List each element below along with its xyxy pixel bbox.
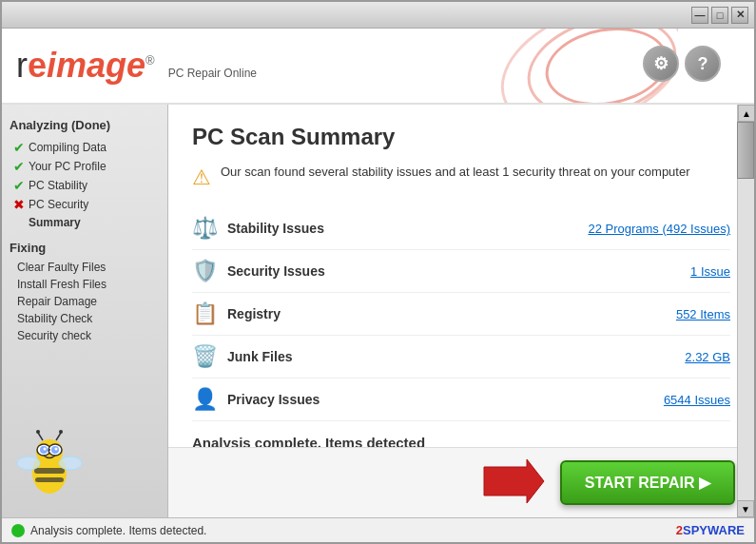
privacy-label: Privacy Issues (227, 392, 320, 407)
junk-label: Junk Files (227, 349, 292, 364)
stability-link[interactable]: 22 Programs (492 Issues) (588, 222, 730, 236)
svg-rect-3 (35, 477, 64, 482)
arrow-decoration (479, 457, 546, 508)
sidebar-fix-repair[interactable]: Repair Damage (10, 293, 160, 310)
registry-link[interactable]: 552 Items (676, 307, 730, 321)
statusbar-brand: 2SPYWARE (676, 523, 745, 537)
start-repair-button[interactable]: START REPAIR ▶ (560, 460, 735, 505)
check-icon: ✔ (13, 140, 25, 155)
scrollbar-thumb[interactable] (737, 122, 754, 179)
sidebar-item-summary[interactable]: Summary (10, 214, 160, 231)
main-window: — □ ✕ reimage® PC Repair Online ⚙ ? Anal… (0, 0, 756, 544)
security-icon: 🛡️ (192, 259, 218, 283)
stability-issues-row: ⚖️ Stability Issues 22 Programs (492 Iss… (192, 207, 730, 250)
junk-icon: 🗑️ (192, 344, 218, 369)
maximize-button[interactable]: □ (711, 7, 728, 24)
check-icon: ✔ (13, 178, 25, 193)
svg-point-15 (59, 430, 63, 434)
help-button[interactable]: ? (685, 46, 721, 82)
page-title: PC Scan Summary (192, 124, 730, 150)
sidebar-item-label: Summary (29, 216, 81, 229)
junk-files-row: 🗑️ Junk Files 2.32 GB (192, 336, 730, 379)
svg-rect-2 (34, 468, 65, 474)
sidebar-item-label: Your PC Profile (29, 160, 107, 173)
status-dot (11, 524, 25, 537)
sidebar-fixing-title: Fixing (10, 241, 160, 255)
svg-point-10 (55, 448, 58, 451)
statusbar-text: Analysis complete. Items detected. (30, 524, 206, 537)
privacy-icon: 👤 (192, 387, 218, 412)
warning-box: ⚠ Our scan found several stability issue… (192, 164, 730, 190)
sidebar-fix-security[interactable]: Security check (10, 327, 160, 344)
junk-link[interactable]: 2.32 GB (685, 350, 730, 364)
svg-point-16 (17, 457, 40, 470)
warning-icon: ⚠ (192, 165, 211, 190)
registry-row: 📋 Registry 552 Items (192, 293, 730, 336)
registry-label: Registry (227, 306, 281, 321)
svg-marker-18 (484, 459, 544, 503)
privacy-link[interactable]: 6544 Issues (664, 393, 730, 407)
scrollbar-up-button[interactable]: ▲ (738, 105, 754, 122)
svg-point-13 (36, 430, 40, 434)
warning-text: Our scan found several stability issues … (221, 164, 690, 181)
x-icon: ✖ (13, 197, 25, 212)
logo: reimage® PC Repair Online (16, 46, 257, 86)
svg-point-9 (44, 448, 47, 451)
titlebar: — □ ✕ (2, 2, 754, 29)
svg-point-17 (59, 457, 82, 470)
sidebar-fix-install[interactable]: Install Fresh Files (10, 276, 160, 293)
statusbar-left: Analysis complete. Items detected. (11, 524, 206, 537)
security-label: Security Issues (227, 263, 325, 279)
content-panel: PC Scan Summary ⚠ Our scan found several… (168, 105, 754, 447)
minimize-button[interactable]: — (691, 7, 708, 24)
sidebar-fix-clear[interactable]: Clear Faulty Files (10, 259, 160, 276)
sidebar: Analyzing (Done) ✔ Compiling Data ✔ Your… (2, 105, 168, 517)
stability-label: Stability Issues (227, 221, 324, 236)
sidebar-item-compiling[interactable]: ✔ Compiling Data (10, 138, 160, 157)
logo-subtitle: PC Repair Online (168, 67, 257, 80)
content-area: PC Scan Summary ⚠ Our scan found several… (168, 105, 754, 517)
sidebar-item-security[interactable]: ✖ PC Security (10, 195, 160, 214)
repair-area: START REPAIR ▶ (168, 447, 754, 517)
logo-text: reimage® (16, 46, 155, 86)
sidebar-fix-stability[interactable]: Stability Check (10, 310, 160, 327)
scrollbar-track: ▲ ▼ (737, 105, 754, 517)
analysis-complete-text: Analysis complete. Items detected (192, 435, 730, 447)
settings-button[interactable]: ⚙ (643, 46, 679, 82)
privacy-row: 👤 Privacy Issues 6544 Issues (192, 379, 730, 421)
sidebar-item-profile[interactable]: ✔ Your PC Profile (10, 157, 160, 176)
sidebar-item-stability[interactable]: ✔ PC Stability (10, 176, 160, 195)
header: reimage® PC Repair Online ⚙ ? (2, 29, 754, 105)
main-area: Analyzing (Done) ✔ Compiling Data ✔ Your… (2, 105, 754, 517)
security-issues-row: 🛡️ Security Issues 1 Issue (192, 250, 730, 293)
sidebar-item-label: PC Security (29, 198, 88, 211)
scrollbar-down-button[interactable]: ▼ (737, 500, 754, 517)
statusbar: Analysis complete. Items detected. 2SPYW… (2, 517, 754, 542)
bee-mascot (11, 423, 87, 513)
sidebar-item-label: Compiling Data (29, 141, 107, 154)
svg-line-12 (38, 433, 43, 440)
stability-icon: ⚖️ (192, 216, 218, 241)
security-link[interactable]: 1 Issue (690, 264, 730, 279)
close-button[interactable]: ✕ (731, 7, 748, 24)
header-icons: ⚙ ? (643, 46, 721, 82)
sidebar-analyzing-title: Analyzing (Done) (10, 118, 160, 132)
svg-line-14 (56, 433, 61, 440)
check-icon: ✔ (13, 159, 25, 174)
sidebar-item-label: PC Stability (29, 179, 87, 192)
registry-icon: 📋 (192, 301, 218, 326)
